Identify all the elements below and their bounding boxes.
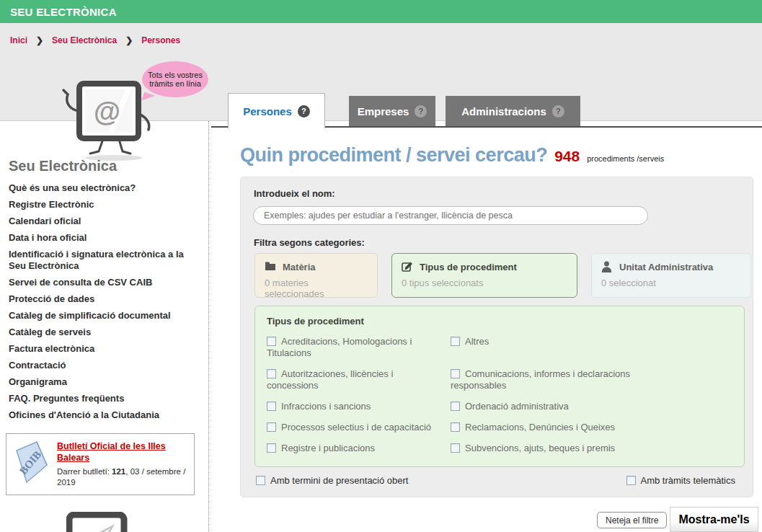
filter-categories-label: Filtra segons categories:	[254, 237, 365, 248]
checkbox[interactable]	[267, 443, 276, 453]
category-cards: Matèria 0 materies seleccionades Tipus d…	[254, 253, 751, 298]
folder-icon	[265, 261, 276, 272]
checkbox[interactable]	[451, 443, 460, 453]
boib-latest-label: Darrer butlletí:	[57, 467, 110, 476]
help-icon[interactable]: ?	[552, 105, 564, 118]
breadcrumb-link-inici[interactable]: Inici	[10, 35, 27, 45]
category-card-title: Matèria	[283, 262, 316, 272]
option-subvencions[interactable]: Subvencions, ajuts, beques i premis	[451, 443, 631, 454]
breadcrumb-link-persones[interactable]: Persones	[141, 35, 180, 45]
tab-persones[interactable]: Persones ?	[228, 93, 325, 128]
person-icon	[601, 261, 613, 272]
category-card-title: Unitat Administrativa	[619, 262, 713, 272]
option-label: Acreditacions, Homologacions i Titulacio…	[267, 336, 412, 358]
sidebar-item-factura-electronica[interactable]: Factura electrònica	[9, 343, 200, 355]
option-infraccions[interactable]: Infraccions i sancions	[267, 401, 447, 412]
help-icon[interactable]: ?	[298, 105, 310, 118]
sidebar-item-csv-caib[interactable]: Servei de consulta de CSV CAIB	[9, 277, 200, 288]
sidebar-title: Seu Electrònica	[9, 158, 117, 174]
sidebar-item-oficines-atencio[interactable]: Oficines d'Atenció a la Ciutadania	[9, 409, 200, 421]
page: SEU ELECTRÒNICA Inici ❯ Seu Electrònica …	[0, 0, 762, 532]
sidebar-item-cataleg-simplificacio[interactable]: Catàleg de simplificació documental	[9, 310, 200, 322]
page-title: Quin procediment / servei cercau?	[240, 144, 547, 167]
chevron-right-icon: ❯	[125, 35, 133, 45]
category-card-subtitle: 0 materies seleccionades	[265, 278, 368, 299]
option-label: Autoritzaciones, llicències i concession…	[267, 368, 393, 391]
sidebar-item-proteccio-dades[interactable]: Protecció de dades	[9, 293, 200, 305]
chevron-right-icon: ❯	[36, 35, 43, 45]
option-label: Amb tràmits telemàtics	[641, 475, 735, 486]
category-card-title: Tipus de procediment	[420, 262, 517, 272]
sidebar-item-cataleg-serveis[interactable]: Catàleg de serveis	[9, 327, 200, 338]
tab-empreses[interactable]: Empreses ?	[349, 96, 435, 126]
tab-empreses-label: Empreses	[358, 105, 409, 118]
sidebar-item-faq[interactable]: FAQ. Preguntes freqüents	[9, 393, 200, 404]
clear-filter-button[interactable]: Neteja el filtre	[597, 512, 667, 528]
procedure-types-panel: Tipus de procediment Acreditacions, Homo…	[254, 306, 745, 467]
category-card-unitat-administrativa[interactable]: Unitat Administrativa 0 seleccionat	[591, 253, 751, 298]
at-symbol: @	[94, 97, 120, 128]
checkbox[interactable]	[267, 337, 276, 346]
category-card-materia[interactable]: Matèria 0 materies seleccionades	[254, 253, 378, 298]
sidebar-item-data-hora[interactable]: Data i hora oficial	[9, 232, 200, 244]
checkbox[interactable]	[626, 476, 636, 485]
search-input[interactable]	[253, 206, 648, 225]
option-autoritzacions[interactable]: Autoritzaciones, llicències i concession…	[267, 368, 447, 391]
option-label: Processos selectius i de capacitació	[281, 422, 431, 433]
procedure-types-options: Acreditacions, Homologacions i Titulacio…	[267, 336, 732, 454]
sidebar-item-identificacio-signatura[interactable]: Identificació i signatura electrònica a …	[9, 249, 200, 271]
search-filter-form: Introdueix el nom: Filtra segons categor…	[240, 177, 753, 497]
help-icon[interactable]: ?	[415, 105, 427, 118]
sidebar-menu: Què és una seu electrònica? Registre Ele…	[9, 182, 200, 426]
option-label: Comunicacions, informes i declaracions r…	[451, 368, 630, 391]
category-card-subtitle: 0 seleccionat	[601, 278, 741, 288]
boib-link[interactable]: Butlletí Oficial de les Illes Balears	[57, 440, 187, 464]
procedure-types-title: Tipus de procediment	[267, 316, 732, 327]
speech-bubble: Tots els vostres tràmits en línia	[142, 61, 208, 97]
option-altres[interactable]: Altres	[451, 336, 631, 359]
sidebar-item-calendari-oficial[interactable]: Calendari oficial	[9, 216, 200, 227]
option-registre[interactable]: Registre i publicacions	[267, 443, 447, 454]
filter-termini-obert[interactable]: Amb termini de presentació obert	[256, 475, 408, 487]
sidebar-item-organigrama[interactable]: Organigrama	[9, 376, 200, 388]
option-label: Registre i publicacions	[281, 443, 375, 453]
sidebar-item-que-es[interactable]: Què és una seu electrònica?	[9, 182, 200, 194]
search-heading-row: Quin procediment / servei cercau? 948 pr…	[240, 144, 664, 167]
checkbox[interactable]	[267, 402, 276, 411]
category-card-tipus-procediment[interactable]: Tipus de procediment 0 tipus seleccionat…	[391, 253, 577, 298]
results-count: 948	[554, 148, 580, 165]
option-label: Subvencions, ajuts, beques i premis	[465, 443, 615, 453]
category-card-subtitle: 0 tipus seleccionats	[402, 278, 567, 288]
option-acreditacions[interactable]: Acreditacions, Homologacions i Titulacio…	[267, 336, 447, 359]
breadcrumb-link-seu-electronica[interactable]: Seu Electrònica	[52, 35, 117, 45]
extra-filters: Amb termini de presentació obert Amb trà…	[256, 475, 735, 487]
checkbox[interactable]	[267, 369, 276, 378]
option-label: Amb termini de presentació obert	[270, 475, 408, 486]
option-ordenacio[interactable]: Ordenació administrativa	[451, 401, 631, 412]
checkbox[interactable]	[451, 369, 460, 378]
filter-tramits-telematics[interactable]: Amb tràmits telemàtics	[626, 475, 735, 487]
option-reclamacions[interactable]: Reclamacions, Denúncies i Queixes	[451, 422, 631, 433]
breadcrumb: Inici ❯ Seu Electrònica ❯ Persones	[10, 35, 180, 45]
checkbox[interactable]	[451, 337, 460, 346]
boib-latest-number: 121	[112, 467, 125, 476]
envelope-mascot-svg	[66, 512, 128, 532]
sidebar-item-contractacio[interactable]: Contractació	[9, 360, 200, 371]
name-label: Introdueix el nom:	[254, 188, 335, 199]
checkbox[interactable]	[267, 422, 276, 432]
speech-bubble-text: Tots els vostres tràmits en línia	[146, 71, 204, 88]
checkbox[interactable]	[451, 402, 460, 411]
sidebar-divider	[208, 121, 209, 532]
option-label: Reclamacions, Denúncies i Queixes	[465, 422, 615, 433]
tab-administracions-label: Administracions	[461, 105, 546, 118]
top-header-bar: SEU ELECTRÒNICA	[0, 0, 762, 23]
option-processos[interactable]: Processos selectius i de capacitació	[267, 422, 447, 433]
show-results-button[interactable]: Mostra-me'ls	[670, 507, 758, 532]
sidebar-item-registre-electronic[interactable]: Registre Electrònic	[9, 199, 200, 210]
option-comunicacions[interactable]: Comunicacions, informes i declaracions r…	[451, 368, 631, 391]
tab-administracions[interactable]: Administracions ?	[446, 96, 580, 126]
boib-latest: Darrer butlletí: 121, 03 / setembre / 20…	[57, 466, 187, 488]
boib-document-icon: BOIB	[12, 440, 50, 484]
checkbox[interactable]	[451, 422, 460, 432]
checkbox[interactable]	[256, 476, 265, 485]
